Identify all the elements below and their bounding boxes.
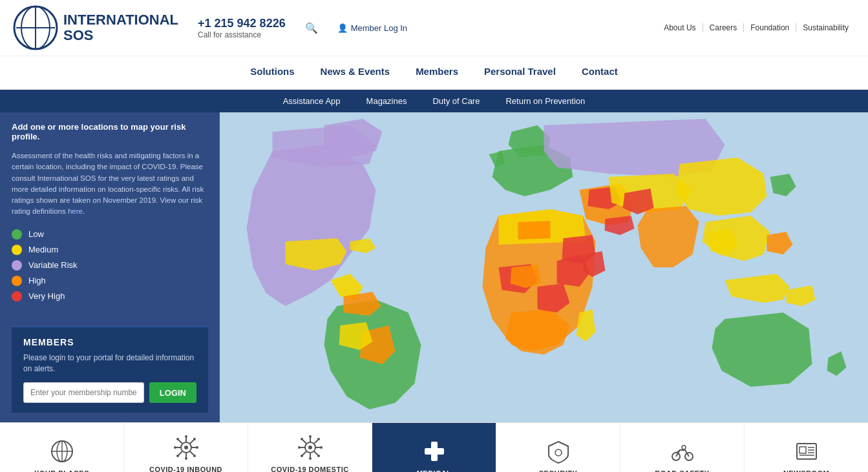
footer-newsroom[interactable]: NEWSROOM — [745, 423, 868, 472]
svg-point-34 — [298, 446, 301, 449]
risk-legend: Low Medium Variable Risk High Very High — [12, 229, 208, 302]
svg-line-41 — [314, 440, 318, 444]
members-title: MEMBERS — [23, 337, 196, 347]
top-bar-left: INTERNATIONAL SOS +1 215 942 8226 Call f… — [13, 5, 407, 50]
very-high-dot — [12, 291, 22, 302]
panel-description: Assessment of the health risks and mitig… — [12, 150, 208, 218]
phone-number: +1 215 942 8226 — [198, 17, 286, 30]
nav-personal-travel[interactable]: Personal Travel — [484, 56, 556, 88]
covid-inbound-label: COVID-19 INBOUNDTRAVEL — [149, 466, 222, 472]
svg-point-30 — [309, 435, 312, 438]
login-button[interactable]: LOGIN — [149, 382, 196, 403]
high-dot — [12, 276, 22, 286]
legend-high: High — [12, 276, 208, 286]
svg-point-18 — [196, 446, 198, 449]
top-bar: INTERNATIONAL SOS +1 215 942 8226 Call f… — [0, 0, 868, 56]
members-description: Please login to your portal for detailed… — [23, 353, 196, 375]
here-link[interactable]: here — [68, 207, 83, 215]
member-login-button[interactable]: 👤 Member Log In — [337, 23, 407, 33]
sustainability-link[interactable]: Sustainability — [796, 23, 855, 32]
svg-line-39 — [314, 451, 318, 455]
svg-point-47 — [555, 449, 562, 456]
nav-news-events[interactable]: News & Events — [321, 56, 390, 88]
your-places-label: YOUR PLACES — [34, 469, 89, 472]
logo-icon — [13, 5, 58, 50]
membership-input[interactable] — [23, 382, 144, 403]
svg-point-10 — [184, 446, 188, 449]
covid-domestic-label: COVID-19 DOMESTICOPERATIONS — [271, 466, 348, 472]
subnav-return-on-prevention[interactable]: Return on Prevention — [505, 96, 585, 106]
map-svg — [220, 112, 868, 422]
members-form: LOGIN — [23, 382, 196, 403]
subnav-assistance-app[interactable]: Assistance App — [283, 96, 341, 106]
medium-dot — [12, 245, 22, 255]
news-icon — [794, 438, 820, 464]
user-icon: 👤 — [337, 23, 348, 33]
svg-point-20 — [176, 438, 179, 440]
svg-line-43 — [302, 451, 306, 455]
svg-point-32 — [309, 457, 312, 460]
nav-members[interactable]: Members — [416, 56, 458, 88]
svg-point-36 — [320, 446, 323, 449]
shield-icon — [545, 438, 571, 464]
about-us-link[interactable]: About Us — [657, 23, 703, 32]
main-nav: Solutions News & Events Members Personal… — [0, 56, 868, 90]
legend-low: Low — [12, 229, 208, 240]
svg-rect-46 — [425, 448, 444, 455]
svg-point-28 — [308, 446, 312, 449]
road-safety-label: ROAD SAFETY — [655, 469, 709, 472]
sub-nav: Assistance App Magazines Duty of Care Re… — [0, 90, 868, 112]
svg-line-21 — [190, 451, 194, 455]
footer-medical[interactable]: MEDICAL — [372, 423, 496, 472]
legend-variable: Variable Risk — [12, 260, 208, 271]
globe-icon — [49, 438, 75, 464]
virus2-icon — [297, 435, 323, 460]
careers-link[interactable]: Careers — [703, 23, 745, 32]
svg-point-38 — [301, 438, 303, 440]
svg-point-22 — [193, 455, 196, 457]
call-text: Call for assistance — [198, 30, 261, 39]
logo-text: INTERNATIONAL SOS — [63, 12, 178, 43]
members-section: MEMBERS Please login to your portal for … — [12, 326, 208, 413]
footer-covid-domestic[interactable]: COVID-19 DOMESTICOPERATIONS — [248, 423, 372, 472]
panel-title: Add one or more locations to map your ri… — [12, 122, 208, 141]
legend-very-high: Very High — [12, 291, 208, 302]
svg-point-26 — [176, 455, 179, 457]
footer-security[interactable]: SECURITY — [496, 423, 620, 472]
main-content: Add one or more locations to map your ri… — [0, 112, 868, 422]
footer-your-places[interactable]: YOUR PLACES — [0, 423, 124, 472]
svg-line-23 — [190, 440, 194, 444]
road-icon — [670, 438, 695, 464]
virus-icon — [173, 435, 199, 460]
svg-point-42 — [317, 438, 320, 440]
search-icon[interactable]: 🔍 — [305, 22, 318, 34]
security-label: SECURITY — [539, 469, 578, 472]
svg-line-37 — [302, 440, 306, 444]
svg-point-24 — [193, 438, 196, 440]
top-links: About Us Careers Foundation Sustainabili… — [657, 23, 855, 32]
nav-solutions[interactable]: Solutions — [250, 56, 294, 88]
world-map — [220, 112, 868, 422]
footer-icons: YOUR PLACES COVID-19 INBOUNDTRAVEL — [0, 422, 868, 472]
subnav-magazines[interactable]: Magazines — [366, 96, 407, 106]
svg-point-14 — [185, 457, 187, 460]
svg-line-19 — [178, 440, 182, 444]
svg-point-12 — [185, 435, 187, 438]
phone-area: +1 215 942 8226 Call for assistance — [198, 17, 286, 39]
svg-line-25 — [178, 451, 182, 455]
nav-contact[interactable]: Contact — [582, 56, 618, 88]
logo[interactable]: INTERNATIONAL SOS — [13, 5, 178, 50]
cross-icon — [421, 438, 447, 464]
variable-dot — [12, 260, 22, 271]
subnav-duty-of-care[interactable]: Duty of Care — [432, 96, 480, 106]
low-dot — [12, 229, 22, 240]
foundation-link[interactable]: Foundation — [744, 23, 796, 32]
footer-road-safety[interactable]: ROAD SAFETY — [620, 423, 745, 472]
medical-label: MEDICAL — [417, 469, 452, 472]
svg-point-16 — [174, 446, 176, 449]
svg-rect-53 — [799, 447, 806, 453]
footer-covid-inbound[interactable]: COVID-19 INBOUNDTRAVEL — [124, 423, 248, 472]
svg-point-50 — [682, 446, 686, 449]
svg-point-40 — [317, 455, 320, 457]
svg-point-44 — [301, 455, 303, 457]
